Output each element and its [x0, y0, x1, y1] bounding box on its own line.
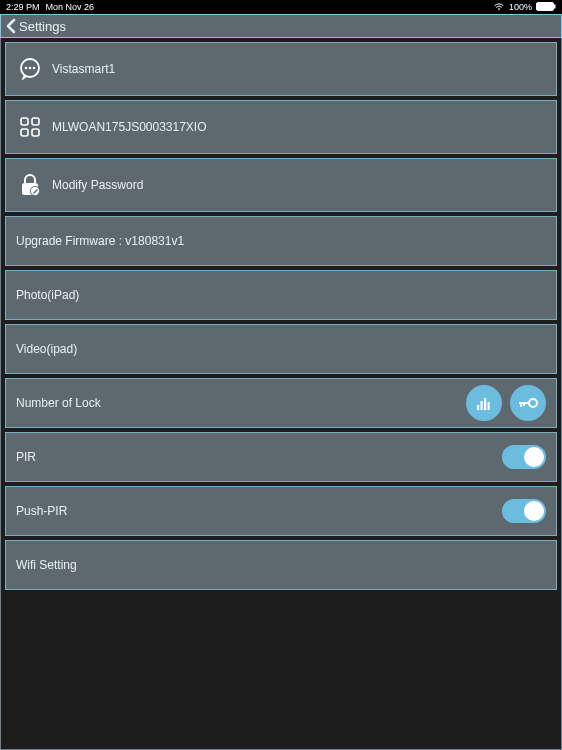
svg-rect-7	[32, 118, 39, 125]
svg-point-17	[529, 399, 537, 407]
svg-point-5	[33, 67, 36, 70]
video-label: Video(ipad)	[16, 342, 546, 356]
lock-edit-icon	[16, 171, 44, 199]
modify-password-label: Modify Password	[52, 178, 546, 192]
nav-bar[interactable]: Settings	[0, 14, 562, 38]
lock-actions	[458, 385, 546, 421]
row-device-id[interactable]: MLWOAN175JS0003317XIO	[5, 100, 557, 154]
row-video[interactable]: Video(ipad)	[5, 324, 557, 374]
svg-rect-1	[554, 4, 556, 8]
battery-icon	[536, 2, 556, 13]
lock-key-button[interactable]	[510, 385, 546, 421]
row-device-name[interactable]: Vistasmart1	[5, 42, 557, 96]
settings-list: Vistasmart1 MLWOAN175JS0003317XIO Modify…	[0, 38, 562, 750]
wifi-setting-label: Wifi Setting	[16, 558, 546, 572]
svg-rect-15	[484, 398, 486, 410]
chevron-left-icon	[5, 18, 17, 34]
svg-point-4	[29, 67, 32, 70]
nav-title: Settings	[19, 19, 66, 34]
row-photo[interactable]: Photo(iPad)	[5, 270, 557, 320]
status-date: Mon Nov 26	[46, 2, 95, 12]
number-of-lock-label: Number of Lock	[16, 396, 458, 410]
pir-toggle[interactable]	[502, 445, 546, 469]
row-wifi-setting[interactable]: Wifi Setting	[5, 540, 557, 590]
speech-ellipsis-icon	[16, 55, 44, 83]
battery-percent: 100%	[509, 2, 532, 12]
device-id-label: MLWOAN175JS0003317XIO	[52, 120, 546, 134]
push-pir-toggle[interactable]	[502, 499, 546, 523]
status-left: 2:29 PM Mon Nov 26	[6, 2, 94, 12]
svg-point-3	[25, 67, 28, 70]
svg-rect-6	[21, 118, 28, 125]
status-right: 100%	[493, 2, 556, 13]
row-push-pir[interactable]: Push-PIR	[5, 486, 557, 536]
status-time: 2:29 PM	[6, 2, 40, 12]
grid-icon	[16, 113, 44, 141]
photo-label: Photo(iPad)	[16, 288, 546, 302]
svg-rect-9	[32, 129, 39, 136]
svg-rect-0	[537, 2, 554, 10]
svg-rect-8	[21, 129, 28, 136]
svg-rect-16	[488, 402, 490, 410]
row-modify-password[interactable]: Modify Password	[5, 158, 557, 212]
bars-icon	[474, 393, 494, 413]
svg-rect-14	[481, 401, 483, 410]
wifi-icon	[493, 2, 505, 13]
svg-rect-13	[477, 405, 479, 410]
upgrade-firmware-label: Upgrade Firmware : v180831v1	[16, 234, 546, 248]
lock-stats-button[interactable]	[466, 385, 502, 421]
push-pir-label: Push-PIR	[16, 504, 502, 518]
device-name-label: Vistasmart1	[52, 62, 546, 76]
row-upgrade-firmware[interactable]: Upgrade Firmware : v180831v1	[5, 216, 557, 266]
pir-label: PIR	[16, 450, 502, 464]
row-number-of-lock[interactable]: Number of Lock	[5, 378, 557, 428]
row-pir[interactable]: PIR	[5, 432, 557, 482]
key-icon	[516, 393, 540, 413]
status-bar: 2:29 PM Mon Nov 26 100%	[0, 0, 562, 14]
